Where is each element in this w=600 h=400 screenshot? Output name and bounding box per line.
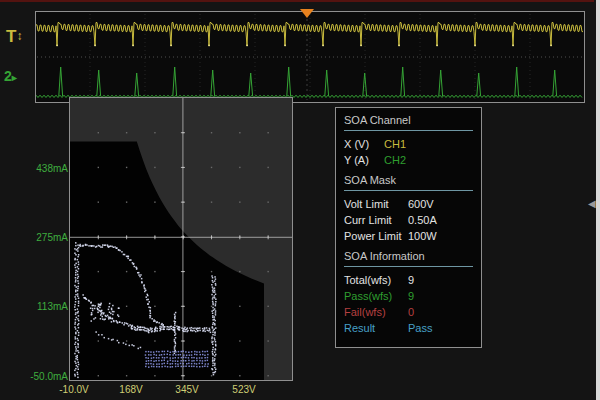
waveform-display [35, 11, 585, 103]
y-axis-tick-label: 275mA [36, 232, 68, 243]
pass-wfs-value: 9 [408, 288, 414, 304]
soa-plot-canvas [70, 98, 292, 380]
fail-wfs-row: Fail(wfs) 0 [344, 304, 473, 320]
header-underline [344, 190, 473, 191]
trigger-marker-icon[interactable] [300, 9, 314, 18]
soa-information-header: SOA Information [344, 250, 473, 263]
x-channel-value: CH1 [384, 136, 406, 152]
pass-wfs-row: Pass(wfs) 9 [344, 288, 473, 304]
fail-wfs-value: 0 [408, 304, 414, 320]
curr-limit-row: Curr Limit 0.50A [344, 212, 473, 228]
waveform-canvas [36, 12, 584, 102]
right-arrow-icon: ▸ [12, 72, 17, 83]
result-row: Result Pass [344, 320, 473, 336]
x-axis-tick-label: -10.0V [59, 384, 88, 395]
power-limit-row: Power Limit 100W [344, 228, 473, 244]
ch1-trigger-level-marker[interactable]: T↕ [6, 28, 22, 45]
volt-limit-value: 600V [408, 196, 434, 212]
soa-xy-plot [69, 97, 293, 381]
x-axis-tick-label: 523V [232, 384, 255, 395]
volt-limit-row: Volt Limit 600V [344, 196, 473, 212]
ch2-position-marker[interactable]: 2▸ [4, 69, 17, 83]
curr-limit-value: 0.50A [408, 212, 437, 228]
screen-right-edge [596, 0, 600, 400]
total-wfs-row: Total(wfs) 9 [344, 272, 473, 288]
updown-arrow-icon: ↕ [16, 29, 22, 43]
total-wfs-value: 9 [408, 272, 414, 288]
y-axis-tick-label: -50.0mA [30, 371, 68, 382]
y-axis-tick-label: 438mA [36, 163, 68, 174]
x-channel-row: X (V) CH1 [344, 136, 473, 152]
x-axis-tick-label: 168V [119, 384, 142, 395]
soa-panel: SOA Channel X (V) CH1 Y (A) CH2 SOA Mask… [335, 107, 482, 348]
x-axis-tick-label: 345V [175, 384, 198, 395]
oscilloscope-screen: T↕ 2▸ 438mA275mA113mA-50.0mA-10.0V168V34… [0, 0, 600, 400]
power-limit-value: 100W [408, 228, 437, 244]
y-channel-value: CH2 [384, 152, 406, 168]
soa-mask-header: SOA Mask [344, 174, 473, 187]
top-edge-line [0, 0, 594, 2]
soa-channel-header: SOA Channel [344, 114, 473, 127]
menu-collapse-arrow-icon[interactable]: ◀ [588, 199, 596, 209]
y-axis-tick-label: 113mA [37, 301, 68, 312]
header-underline [344, 266, 473, 267]
result-value: Pass [408, 320, 432, 336]
header-underline [344, 130, 473, 131]
y-channel-row: Y (A) CH2 [344, 152, 473, 168]
